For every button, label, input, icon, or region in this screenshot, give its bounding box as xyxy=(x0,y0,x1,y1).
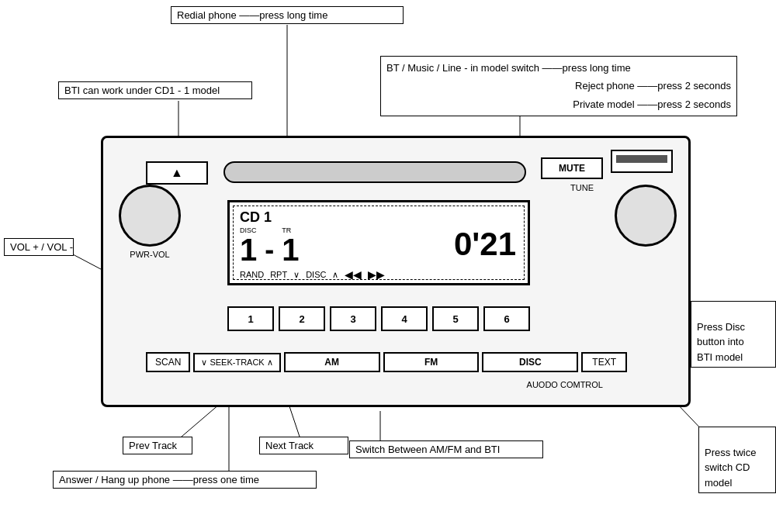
cd-slot xyxy=(223,161,526,183)
audio-ctrl-label: AUODO COMTROL xyxy=(527,380,603,389)
press-disc-annotation: Press Disc button into BTI model xyxy=(691,301,776,368)
card-slot xyxy=(611,150,673,173)
preset-btn-2[interactable]: 2 xyxy=(279,306,325,331)
preset-btn-4[interactable]: 4 xyxy=(381,306,428,331)
source-btn-disc[interactable]: DISC xyxy=(482,352,578,372)
source-btn-am[interactable]: AM xyxy=(284,352,380,372)
pwr-vol-knob[interactable] xyxy=(119,185,181,247)
display-panel: CD 1 DISC 1 - TR 1 0'21 RAND RPT ∨ DISC … xyxy=(227,200,530,285)
tune-knob-area xyxy=(615,185,677,247)
controls-row: RAND RPT ∨ DISC ∧ ◀◀ ▶▶ xyxy=(240,268,518,281)
card-slot-inner xyxy=(616,155,667,163)
switch-amfm-annotation: Switch Between AM/FM and BTI xyxy=(349,440,543,458)
source-row: SCAN∨ SEEK-TRACK ∧AMFMDISCTEXT xyxy=(146,352,627,372)
tune-knob[interactable] xyxy=(615,185,677,247)
disc-tr-row: DISC 1 - TR 1 0'21 xyxy=(240,227,518,265)
vol-annotation: VOL + / VOL - xyxy=(4,238,74,256)
preset-btn-5[interactable]: 5 xyxy=(432,306,479,331)
bti-model-annotation: BTI can work under CD1 - 1 model xyxy=(58,81,252,99)
presets-row: 123456 xyxy=(227,306,530,331)
mute-button[interactable]: MUTE xyxy=(541,157,603,179)
next-arrow[interactable]: ▶▶ xyxy=(368,268,385,281)
tr-col: TR 1 xyxy=(282,227,299,265)
cd-label: CD 1 xyxy=(240,209,518,226)
scan-button[interactable]: SCAN xyxy=(146,352,190,372)
pwr-vol-area: PWR-VOL xyxy=(119,185,181,259)
answer-hang-annotation: Answer / Hang up phone ——press one time xyxy=(53,471,317,489)
preset-btn-6[interactable]: 6 xyxy=(483,306,530,331)
text-button[interactable]: TEXT xyxy=(581,352,627,372)
tune-label: TUNE xyxy=(570,183,594,192)
main-unit: ▲ MUTE TUNE PWR-VOL CD 1 DISC 1 - xyxy=(101,136,691,407)
pwr-vol-label: PWR-VOL xyxy=(130,250,169,259)
prev-arrow[interactable]: ◀◀ xyxy=(345,268,362,281)
disc-col: DISC 1 xyxy=(240,227,257,265)
press-twice-annotation: Press twice switch CD model xyxy=(698,427,776,493)
preset-btn-1[interactable]: 1 xyxy=(227,306,274,331)
prev-track-annotation: Prev Track xyxy=(123,437,192,454)
source-btn-fm[interactable]: FM xyxy=(383,352,480,372)
seek-track-button[interactable]: ∨ SEEK-TRACK ∧ xyxy=(193,353,280,372)
bt-music-annotation: BT / Music / Line - in model switch ——pr… xyxy=(380,56,737,116)
redial-annotation: Redial phone ——press long time xyxy=(171,6,404,24)
eject-button[interactable]: ▲ xyxy=(146,161,208,185)
separator: - xyxy=(265,236,274,265)
next-track-annotation: Next Track xyxy=(259,437,348,454)
time-display: 0'21 xyxy=(454,226,516,263)
preset-btn-3[interactable]: 3 xyxy=(330,306,376,331)
display-inner: CD 1 DISC 1 - TR 1 0'21 RAND RPT ∨ DISC … xyxy=(233,206,525,280)
